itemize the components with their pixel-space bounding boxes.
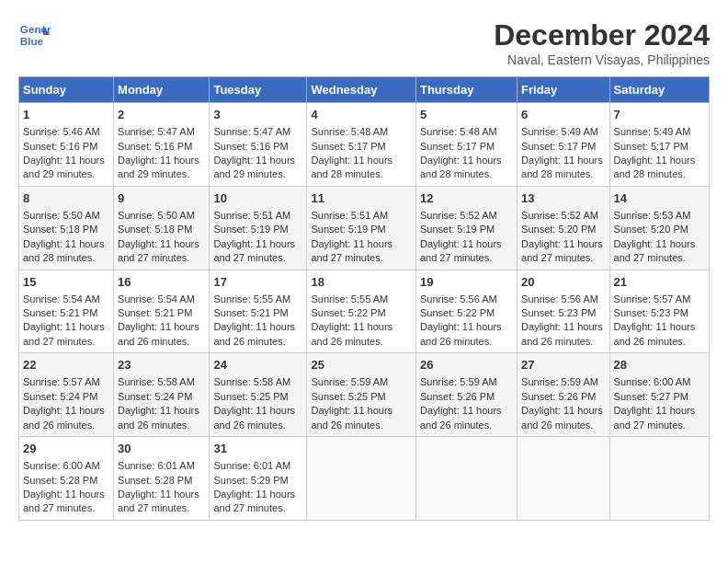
sunset: Sunset: 5:28 PM [23,475,97,486]
day-cell: 31Sunrise: 6:01 AMSunset: 5:29 PMDayligh… [210,437,307,521]
sunrise: Sunrise: 5:50 AM [23,210,100,221]
day-number: 16 [118,274,205,291]
day-number: 22 [23,357,109,373]
day-cell: 30Sunrise: 6:01 AMSunset: 5:28 PMDayligh… [114,437,210,521]
week-row-5: 29Sunrise: 6:00 AMSunset: 5:28 PMDayligh… [19,437,710,521]
day-number: 13 [521,190,605,207]
title-block: December 2024 Naval, Eastern Visayas, Ph… [494,18,710,67]
daylight: Daylight: 11 hours and 27 minutes. [311,238,392,263]
daylight: Daylight: 11 hours and 26 minutes. [614,321,696,346]
logo: General Blue [18,18,51,52]
daylight: Daylight: 11 hours and 28 minutes. [23,238,105,263]
sunset: Sunset: 5:17 PM [614,141,688,152]
day-number: 4 [311,107,412,123]
sunrise: Sunrise: 5:48 AM [420,126,497,137]
sunset: Sunset: 5:21 PM [213,307,288,318]
logo-icon: General Blue [18,18,51,52]
day-cell: 13Sunrise: 5:52 AMSunset: 5:20 PMDayligh… [518,186,609,270]
day-cell: 28Sunrise: 6:00 AMSunset: 5:27 PMDayligh… [609,353,709,437]
daylight: Daylight: 11 hours and 27 minutes. [614,238,696,263]
day-number: 3 [213,107,302,123]
sunset: Sunset: 5:17 PM [420,141,495,152]
daylight: Daylight: 11 hours and 26 minutes. [420,321,502,346]
daylight: Daylight: 11 hours and 29 minutes. [118,155,199,179]
sunrise: Sunrise: 5:50 AM [118,210,195,221]
day-number: 26 [420,357,513,373]
sunset: Sunset: 5:22 PM [311,307,385,318]
sunset: Sunset: 5:20 PM [614,224,688,235]
sunrise: Sunrise: 5:53 AM [614,210,691,221]
sunrise: Sunrise: 5:55 AM [213,293,290,304]
day-number: 1 [23,107,109,123]
daylight: Daylight: 11 hours and 29 minutes. [213,155,295,179]
day-cell: 10Sunrise: 5:51 AMSunset: 5:19 PMDayligh… [210,186,307,270]
day-cell [415,437,517,521]
sunset: Sunset: 5:17 PM [311,141,385,152]
daylight: Daylight: 11 hours and 26 minutes. [213,321,295,346]
day-number: 6 [521,107,605,123]
day-number: 21 [614,274,705,291]
sunset: Sunset: 5:21 PM [118,307,192,318]
sunset: Sunset: 5:16 PM [213,141,288,152]
sunrise: Sunrise: 5:49 AM [614,126,691,137]
sunrise: Sunrise: 5:58 AM [118,376,195,387]
daylight: Daylight: 11 hours and 26 minutes. [311,321,392,346]
day-cell: 27Sunrise: 5:59 AMSunset: 5:26 PMDayligh… [518,353,609,437]
sunset: Sunset: 5:25 PM [311,391,385,402]
daylight: Daylight: 11 hours and 27 minutes. [213,238,295,263]
daylight: Daylight: 11 hours and 28 minutes. [420,155,502,179]
day-number: 9 [118,190,205,207]
sunset: Sunset: 5:17 PM [521,141,596,152]
sunrise: Sunrise: 5:59 AM [311,376,388,387]
col-header-monday: Monday [114,77,210,103]
sunrise: Sunrise: 6:01 AM [213,460,290,471]
day-cell: 2Sunrise: 5:47 AMSunset: 5:16 PMDaylight… [114,103,210,187]
col-header-friday: Friday [518,77,609,103]
daylight: Daylight: 11 hours and 28 minutes. [311,155,392,179]
day-cell: 4Sunrise: 5:48 AMSunset: 5:17 PMDaylight… [307,103,416,187]
day-cell: 25Sunrise: 5:59 AMSunset: 5:25 PMDayligh… [307,353,416,437]
day-cell: 19Sunrise: 5:56 AMSunset: 5:22 PMDayligh… [415,270,517,353]
daylight: Daylight: 11 hours and 26 minutes. [521,321,603,346]
daylight: Daylight: 11 hours and 26 minutes. [521,405,603,430]
sunrise: Sunrise: 5:52 AM [521,210,598,221]
sunset: Sunset: 5:26 PM [521,391,596,402]
sunset: Sunset: 5:16 PM [23,141,97,152]
sunrise: Sunrise: 5:48 AM [311,126,388,137]
col-header-thursday: Thursday [415,77,517,103]
day-number: 28 [614,357,705,373]
day-cell: 21Sunrise: 5:57 AMSunset: 5:23 PMDayligh… [609,270,709,353]
day-cell: 29Sunrise: 6:00 AMSunset: 5:28 PMDayligh… [19,437,114,521]
sunrise: Sunrise: 5:47 AM [213,126,290,137]
page-title: December 2024 [494,18,710,52]
daylight: Daylight: 11 hours and 26 minutes. [420,405,502,430]
sunrise: Sunrise: 5:58 AM [213,376,290,387]
sunset: Sunset: 5:24 PM [23,391,97,402]
svg-text:Blue: Blue [20,35,44,47]
day-cell: 16Sunrise: 5:54 AMSunset: 5:21 PMDayligh… [114,270,210,353]
sunrise: Sunrise: 6:01 AM [118,460,195,471]
day-cell: 12Sunrise: 5:52 AMSunset: 5:19 PMDayligh… [415,186,517,270]
day-number: 30 [118,441,205,457]
day-cell: 18Sunrise: 5:55 AMSunset: 5:22 PMDayligh… [307,270,416,353]
page-header: General Blue December 2024 Naval, Easter… [18,18,710,67]
week-row-1: 1Sunrise: 5:46 AMSunset: 5:16 PMDaylight… [19,103,710,187]
daylight: Daylight: 11 hours and 27 minutes. [420,238,502,263]
day-cell: 6Sunrise: 5:49 AMSunset: 5:17 PMDaylight… [518,103,609,187]
day-cell: 22Sunrise: 5:57 AMSunset: 5:24 PMDayligh… [19,353,114,437]
sunrise: Sunrise: 5:46 AM [23,126,100,137]
sunrise: Sunrise: 5:59 AM [521,376,598,387]
sunset: Sunset: 5:24 PM [118,391,192,402]
week-row-3: 15Sunrise: 5:54 AMSunset: 5:21 PMDayligh… [19,270,710,353]
day-number: 11 [311,190,412,207]
day-number: 19 [420,274,513,291]
sunset: Sunset: 5:26 PM [420,391,495,402]
col-header-saturday: Saturday [609,77,709,103]
day-number: 7 [614,107,705,123]
day-cell: 3Sunrise: 5:47 AMSunset: 5:16 PMDaylight… [210,103,307,187]
col-header-sunday: Sunday [19,77,114,103]
calendar-table: SundayMondayTuesdayWednesdayThursdayFrid… [18,76,710,521]
sunset: Sunset: 5:18 PM [23,224,97,235]
day-cell: 20Sunrise: 5:56 AMSunset: 5:23 PMDayligh… [518,270,609,353]
day-cell: 9Sunrise: 5:50 AMSunset: 5:18 PMDaylight… [114,186,210,270]
